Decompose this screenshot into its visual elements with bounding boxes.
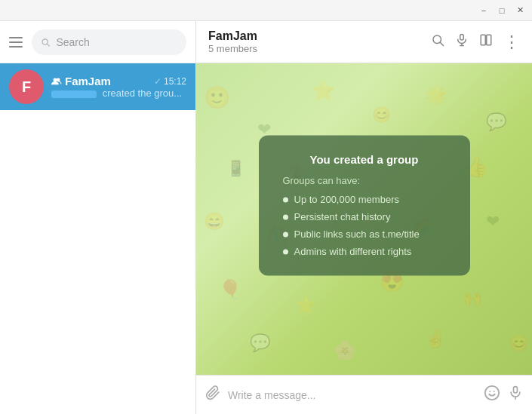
- chat-info: FamJam ✓ 15:12 created the grou...: [51, 75, 186, 99]
- svg-text:💬: 💬: [486, 112, 507, 132]
- broadcast-icon[interactable]: [455, 33, 469, 51]
- svg-text:😊: 😊: [372, 106, 392, 124]
- svg-rect-10: [487, 35, 491, 45]
- info-card-title: You created a group: [283, 153, 446, 166]
- message-bar: [196, 375, 532, 414]
- svg-line-1: [48, 44, 50, 46]
- svg-text:💬: 💬: [250, 333, 271, 353]
- search-icon: [41, 37, 50, 48]
- search-header-icon[interactable]: [431, 33, 444, 51]
- chat-background: 🙂 ❤ ⭐ 😊 🌟 💬 📱 🎉 ✨ 👍 😄 🎊 💡 🌈 ❤ 🎈: [196, 63, 532, 375]
- preview-bar: [51, 90, 97, 98]
- info-card: You created a group Groups can have: Up …: [259, 135, 470, 275]
- attach-icon[interactable]: [205, 385, 220, 404]
- columns-icon[interactable]: [479, 33, 493, 51]
- minimize-button[interactable]: −: [478, 5, 490, 17]
- chat-name-row: FamJam ✓ 15:12: [51, 75, 186, 87]
- chat-subtitle: 5 members: [208, 43, 431, 54]
- chat-header: FamJam 5 members: [196, 21, 532, 63]
- svg-text:🌟: 🌟: [425, 84, 448, 106]
- svg-text:😄: 😄: [204, 211, 225, 232]
- svg-text:⭐: ⭐: [311, 78, 336, 103]
- svg-rect-6: [460, 35, 464, 41]
- svg-point-2: [53, 78, 57, 81]
- more-options-icon[interactable]: ⋮: [503, 32, 520, 52]
- list-item: Persistent chat history: [283, 211, 446, 222]
- svg-point-34: [485, 386, 499, 400]
- group-icon: [51, 77, 62, 86]
- maximize-button[interactable]: □: [496, 5, 508, 17]
- chat-preview: created the grou...: [51, 87, 186, 99]
- svg-line-5: [440, 42, 443, 45]
- svg-text:🙂: 🙂: [204, 84, 231, 111]
- search-input[interactable]: [56, 36, 177, 48]
- avatar: F: [9, 69, 44, 104]
- close-button[interactable]: ✕: [514, 5, 526, 17]
- list-item: Admins with different rights: [283, 246, 446, 257]
- svg-text:📱: 📱: [226, 159, 246, 178]
- titlebar: − □ ✕: [0, 0, 532, 21]
- info-card-list: Up to 200,000 members Persistent chat hi…: [283, 194, 446, 257]
- svg-text:✌: ✌: [425, 329, 446, 349]
- header-icons: ⋮: [431, 32, 520, 52]
- list-item: Public links such as t.me/title: [283, 228, 446, 240]
- chat-area: FamJam 5 members: [196, 21, 532, 414]
- chat-time: ✓ 15:12: [154, 76, 186, 87]
- svg-point-35: [489, 391, 490, 392]
- bullet-icon: [283, 232, 288, 237]
- bullet-icon: [283, 249, 288, 254]
- chat-title: FamJam: [208, 29, 431, 43]
- menu-icon[interactable]: [9, 35, 24, 50]
- svg-text:😊: 😊: [509, 334, 529, 353]
- svg-text:⭐: ⭐: [295, 295, 316, 315]
- svg-text:❤: ❤: [486, 212, 500, 231]
- svg-point-36: [494, 391, 495, 392]
- info-card-subtitle: Groups can have:: [283, 175, 446, 186]
- chat-name: FamJam: [51, 75, 111, 87]
- search-box[interactable]: [32, 29, 186, 55]
- main-layout: F FamJam ✓ 15:12: [0, 21, 532, 414]
- bullet-icon: [283, 197, 288, 202]
- sidebar-header: [0, 21, 195, 63]
- message-input[interactable]: [228, 389, 476, 401]
- chat-title-block: FamJam 5 members: [208, 29, 431, 54]
- bullet-icon: [283, 214, 288, 219]
- svg-text:🌸: 🌸: [334, 339, 357, 362]
- svg-text:🎈: 🎈: [219, 278, 242, 301]
- svg-rect-37: [514, 387, 518, 393]
- svg-rect-9: [481, 35, 485, 45]
- sidebar: F FamJam ✓ 15:12: [0, 21, 196, 414]
- mic-icon[interactable]: [508, 385, 523, 404]
- list-item: Up to 200,000 members: [283, 194, 446, 205]
- svg-text:🙌: 🙌: [463, 289, 483, 308]
- emoji-icon[interactable]: [484, 385, 500, 405]
- chat-list-item[interactable]: F FamJam ✓ 15:12: [0, 63, 195, 110]
